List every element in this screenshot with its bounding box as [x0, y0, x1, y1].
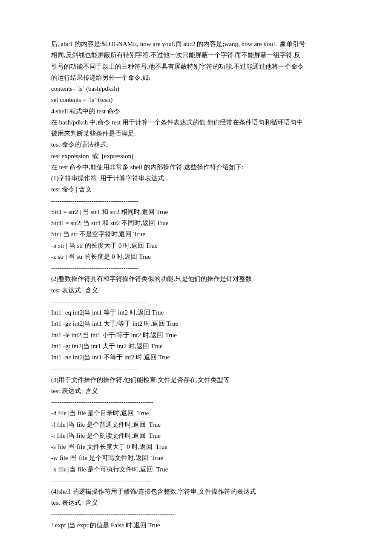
text-line: Str1! = str2| 当 str1 和 str2 不同时,返回 True	[51, 217, 341, 228]
text-line: test 命令 | 含义	[51, 184, 341, 195]
text-line: ----------------------------------------…	[51, 262, 341, 273]
text-line: -n str | 当 str 的长度大于 0 时,返回 True	[51, 240, 341, 251]
text-line: Int1 -gt int2|当 int1 大于 int2 时,返回 True	[51, 341, 341, 352]
text-line: test 表达式 | 含义	[51, 497, 341, 508]
text-line: (4)shell 的逻辑操作符用于修饰/连接包含整数,字符串,文件操作符的表达式	[51, 486, 341, 497]
text-line: test 表达式 | 含义	[51, 385, 341, 396]
text-line: 后, abc1 的内容是:$LOGNAME, how are you!.而 ab…	[51, 38, 341, 49]
text-line: test 表达式 | 含义	[51, 285, 341, 296]
text-line: ----------------------------------------…	[51, 296, 341, 307]
text-line: Int1 -ne int2|当 int1 不等于 int2 时,返回 True	[51, 352, 341, 363]
text-line: 引号的功能不同于以上的三种符号.他不具有屏蔽特别字符的功能.不过能通过他将一个命…	[51, 61, 341, 72]
text-line: -r file |当 file 是个刻读文件时,返回 True	[51, 430, 341, 441]
text-line: -d file |当 file 是个目录时,返回 True	[51, 408, 341, 419]
text-line: 的运行结果传递给另外一个命令.如:	[51, 72, 341, 83]
text-line: contents=`ls` (bash/pdksh)	[51, 83, 341, 94]
text-line: Str | 当 str 不是空字符时,返回 True	[51, 228, 341, 240]
text-line: 相同,反斜线也能屏蔽所有特别字符.不过他一次只能屏蔽一个字符.而不能屏蔽一组字符…	[51, 49, 341, 61]
text-line: 4.shell 程式中的 test 命令	[51, 106, 341, 117]
document-page: 后, abc1 的内容是:$LOGNAME, how are you!.而 ab…	[0, 0, 392, 555]
text-line: ----------------------------------------…	[51, 195, 341, 206]
text-line: (2)整数操作符具有和字符操作符类似的功能.只是他们的操作是针对整数	[51, 273, 341, 284]
text-line: ----------------------------------------…	[51, 475, 341, 486]
text-line: 在 test 命令中,能使用非常多 shell 的内部操作符.这些操作符介绍如下…	[51, 162, 341, 173]
text-line: -w file |当 file 是个可写文件时,返回 True	[51, 452, 341, 463]
text-line: Str1 = str2 | 当 str1 和 str2 相同时,返回 True	[51, 206, 341, 217]
text-line: test expression 或 [expression]	[51, 150, 341, 162]
text-line: Int1 -le int2|当 int1 小于/等于 int2 时,返回 Tru…	[51, 330, 341, 341]
text-line: (1)字符串操作符 用于计算字符串表达式	[51, 173, 341, 184]
text-line: -x file |当 file 是个可执行文件时,返回 True	[51, 464, 341, 475]
text-line: ! expr |当 expr 的值是 False 时,返回 True	[51, 520, 341, 531]
text-line: -f file |当 file 是个普通文件时,返回 True	[51, 419, 341, 430]
text-line: Int1 -ge int2|当 int1 大于/等于 int2 时,返回 Tru…	[51, 318, 341, 329]
text-line: ----------------------------------------…	[51, 363, 341, 374]
text-line: 在 bash/pdksh 中,命令 test 用于计算一个条件表达式的值.他们经…	[51, 117, 341, 128]
text-line: -z str | 当 str 的长度是 0 时,返回 True	[51, 251, 341, 262]
text-line: set contents = `ls` (tcsh)	[51, 94, 341, 105]
text-line: ----------------------------------------…	[51, 509, 341, 520]
text-line: 被用来判断某些条件是否满足.	[51, 128, 341, 139]
text-line: (3)用于文件操作的操作符,他们能检查:文件是否存在,文件类型等	[51, 374, 341, 385]
text-line: -s file |当 file 文件长度大于 0 时,返回 True	[51, 441, 341, 452]
text-line: Int1 -eq int2|当 int1 等于 int2 时,返回 True	[51, 307, 341, 318]
text-line: test 命令的语法格式:	[51, 139, 341, 150]
text-line: ----------------------------------------…	[51, 396, 341, 408]
